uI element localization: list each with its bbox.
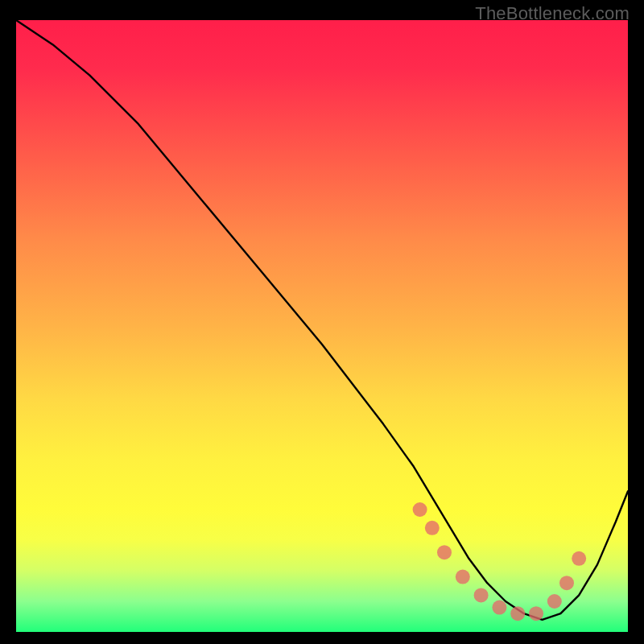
watermark-text: TheBottleneck.com bbox=[475, 3, 630, 24]
optimal-zone-markers bbox=[413, 502, 587, 621]
plot-area bbox=[16, 20, 628, 632]
chart-svg bbox=[16, 20, 628, 632]
optimal-marker bbox=[456, 570, 470, 584]
optimal-marker bbox=[510, 606, 525, 621]
optimal-marker bbox=[559, 576, 574, 590]
optimal-marker bbox=[529, 606, 543, 621]
optimal-marker bbox=[474, 588, 489, 602]
optimal-marker bbox=[413, 502, 427, 517]
optimal-marker bbox=[437, 545, 452, 559]
optimal-marker bbox=[572, 551, 586, 566]
optimal-marker bbox=[492, 601, 506, 615]
optimal-marker bbox=[425, 521, 440, 535]
optimal-marker bbox=[547, 594, 562, 609]
bottleneck-curve bbox=[16, 20, 628, 620]
